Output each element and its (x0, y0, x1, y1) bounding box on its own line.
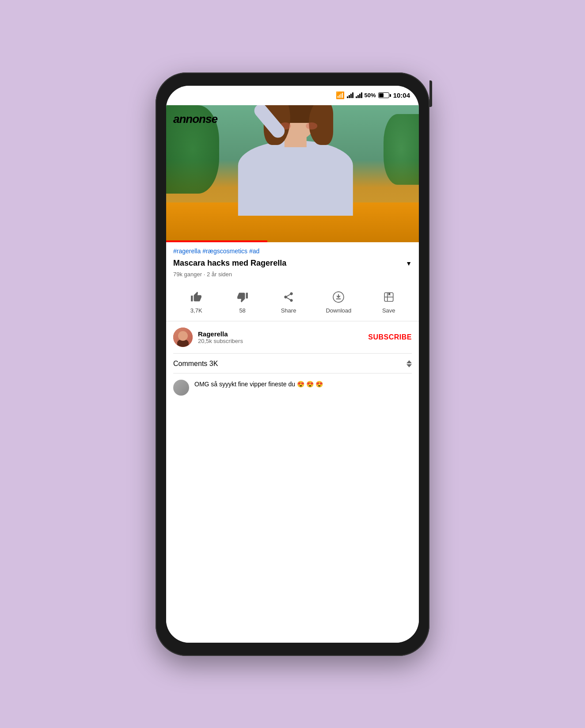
channel-avatar[interactable] (173, 328, 193, 347)
comments-title: Comments 3K (173, 360, 218, 368)
chevron-down-icon[interactable]: ▼ (406, 260, 412, 267)
like-count: 3,7K (190, 307, 202, 314)
dislike-count: 58 (239, 307, 245, 314)
video-thumbnail[interactable]: annonse (166, 105, 419, 242)
comment-text: OMG så syyykt fine vipper fineste du 😍 😍… (194, 380, 323, 389)
battery-icon (378, 92, 389, 98)
comments-header: Comments 3K (173, 354, 412, 374)
commenter-avatar (173, 380, 189, 396)
time-display: 10:04 (393, 91, 410, 99)
action-buttons-row: 3,7K 58 (166, 285, 419, 321)
like-button[interactable]: 3,7K (187, 289, 205, 314)
share-icon (280, 289, 297, 305)
signal-icon-2 (356, 92, 362, 98)
thumbs-up-icon (187, 289, 205, 305)
download-icon (330, 289, 347, 305)
sort-comments-button[interactable] (406, 360, 412, 367)
annonse-label: annonse (173, 112, 217, 126)
phone-screen: 📶 50% (166, 86, 419, 643)
sort-down-icon (406, 364, 412, 367)
download-button[interactable]: Download (326, 289, 351, 314)
channel-subscribers: 20,5k subscribers (198, 338, 368, 344)
video-meta: 79k ganger · 2 år siden (173, 271, 412, 278)
subscribe-button[interactable]: SUBSCRIBE (368, 333, 412, 341)
video-content: #ragerella #rægscosmetics #ad Mascara ha… (166, 242, 419, 643)
channel-row: Ragerella 20,5k subscribers SUBSCRIBE (173, 321, 412, 354)
cheek-right (306, 122, 317, 130)
video-progress-bar[interactable] (166, 240, 267, 242)
download-label: Download (326, 307, 351, 314)
thumbs-down-icon (234, 289, 251, 305)
share-label: Share (281, 307, 296, 314)
video-title-row: Mascara hacks med Ragerella ▼ (173, 258, 412, 268)
save-label: Save (382, 307, 395, 314)
video-title: Mascara hacks med Ragerella (173, 258, 402, 268)
sweater (238, 141, 353, 216)
comment-item: OMG så syyykt fine vipper fineste du 😍 😍… (173, 374, 412, 402)
sort-up-icon (406, 360, 412, 363)
wifi-icon: 📶 (336, 91, 345, 99)
share-button[interactable]: Share (280, 289, 297, 314)
status-bar: 📶 50% (166, 86, 419, 105)
save-icon (380, 289, 398, 305)
save-button[interactable]: Save (380, 289, 398, 314)
plant-right-decoration (384, 114, 419, 185)
phone-frame: 📶 50% (156, 72, 429, 656)
battery-percent: 50% (365, 92, 376, 99)
hashtags[interactable]: #ragerella #rægscosmetics #ad (173, 248, 412, 255)
signal-icon-1 (347, 92, 353, 98)
person-figure (220, 105, 371, 216)
channel-info: Ragerella 20,5k subscribers (198, 330, 368, 344)
dislike-button[interactable]: 58 (234, 289, 251, 314)
channel-name[interactable]: Ragerella (198, 330, 368, 338)
